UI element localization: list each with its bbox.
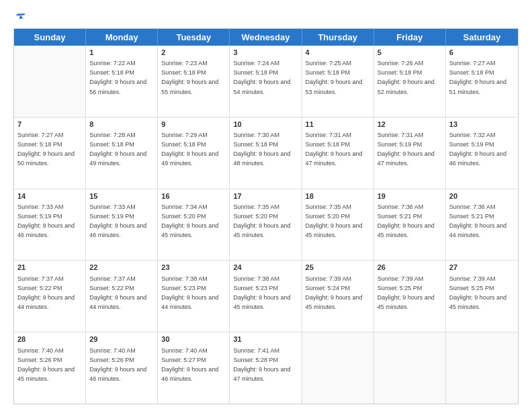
day-number: 17: [233, 191, 298, 201]
day-number: 25: [306, 263, 370, 273]
day-info: Sunrise: 7:33 AMSunset: 5:19 PMDaylight:…: [89, 203, 146, 238]
calendar-cell: 29Sunrise: 7:40 AMSunset: 5:26 PMDayligh…: [86, 332, 158, 404]
day-info: Sunrise: 7:33 AMSunset: 5:19 PMDaylight:…: [17, 203, 75, 238]
calendar-day-header: Monday: [86, 29, 158, 46]
calendar-cell: 27Sunrise: 7:39 AMSunset: 5:25 PMDayligh…: [446, 261, 518, 332]
header: [13, 12, 519, 23]
day-number: 7: [17, 120, 82, 130]
day-number: 19: [378, 191, 442, 201]
logo-bird-icon: [15, 12, 27, 23]
calendar-day-header: Friday: [374, 29, 446, 46]
calendar-day-header: Wednesday: [230, 29, 302, 46]
calendar-cell: 28Sunrise: 7:40 AMSunset: 5:26 PMDayligh…: [14, 332, 86, 404]
calendar-cell: 5Sunrise: 7:26 AMSunset: 5:18 PMDaylight…: [374, 46, 446, 117]
calendar-cell: 26Sunrise: 7:39 AMSunset: 5:25 PMDayligh…: [374, 261, 446, 332]
calendar-cell: [14, 46, 86, 117]
day-info: Sunrise: 7:27 AMSunset: 5:18 PMDaylight:…: [449, 60, 506, 95]
day-info: Sunrise: 7:22 AMSunset: 5:18 PMDaylight:…: [89, 60, 146, 95]
calendar-cell: 23Sunrise: 7:38 AMSunset: 5:23 PMDayligh…: [158, 261, 230, 332]
day-info: Sunrise: 7:41 AMSunset: 5:28 PMDaylight:…: [233, 347, 290, 382]
day-number: 4: [306, 48, 370, 58]
calendar-cell: 30Sunrise: 7:40 AMSunset: 5:27 PMDayligh…: [158, 332, 230, 404]
day-info: Sunrise: 7:30 AMSunset: 5:18 PMDaylight:…: [233, 132, 290, 167]
calendar-week-row: 21Sunrise: 7:37 AMSunset: 5:22 PMDayligh…: [14, 261, 518, 332]
day-info: Sunrise: 7:38 AMSunset: 5:23 PMDaylight:…: [161, 275, 218, 310]
day-info: Sunrise: 7:27 AMSunset: 5:18 PMDaylight:…: [17, 132, 75, 167]
calendar-cell: 16Sunrise: 7:34 AMSunset: 5:20 PMDayligh…: [158, 189, 230, 261]
calendar-week-row: 28Sunrise: 7:40 AMSunset: 5:26 PMDayligh…: [14, 332, 518, 404]
day-info: Sunrise: 7:39 AMSunset: 5:25 PMDaylight:…: [449, 275, 506, 310]
day-info: Sunrise: 7:26 AMSunset: 5:18 PMDaylight:…: [378, 60, 435, 95]
calendar-cell: 18Sunrise: 7:35 AMSunset: 5:20 PMDayligh…: [302, 189, 374, 261]
day-info: Sunrise: 7:32 AMSunset: 5:19 PMDaylight:…: [449, 132, 506, 167]
calendar-day-header: Sunday: [14, 29, 86, 46]
calendar-cell: 4Sunrise: 7:25 AMSunset: 5:18 PMDaylight…: [302, 46, 374, 117]
day-number: 13: [449, 120, 515, 130]
day-number: 27: [449, 263, 515, 273]
day-number: 3: [233, 48, 298, 58]
day-info: Sunrise: 7:35 AMSunset: 5:20 PMDaylight:…: [306, 203, 363, 238]
day-info: Sunrise: 7:38 AMSunset: 5:23 PMDaylight:…: [233, 275, 290, 310]
calendar-cell: 21Sunrise: 7:37 AMSunset: 5:22 PMDayligh…: [14, 261, 86, 332]
day-number: 6: [449, 48, 515, 58]
calendar-cell: 7Sunrise: 7:27 AMSunset: 5:18 PMDaylight…: [14, 118, 86, 189]
calendar-cell: [302, 332, 374, 404]
day-info: Sunrise: 7:35 AMSunset: 5:20 PMDaylight:…: [233, 203, 290, 238]
day-number: 28: [17, 334, 82, 345]
calendar-day-header: Saturday: [446, 29, 518, 46]
calendar-cell: 15Sunrise: 7:33 AMSunset: 5:19 PMDayligh…: [86, 189, 158, 261]
day-info: Sunrise: 7:31 AMSunset: 5:18 PMDaylight:…: [306, 132, 363, 167]
calendar-cell: 17Sunrise: 7:35 AMSunset: 5:20 PMDayligh…: [230, 189, 302, 261]
day-number: 16: [161, 191, 226, 201]
day-number: 23: [161, 263, 226, 273]
calendar-cell: 14Sunrise: 7:33 AMSunset: 5:19 PMDayligh…: [14, 189, 86, 261]
day-number: 11: [306, 120, 370, 130]
day-info: Sunrise: 7:40 AMSunset: 5:27 PMDaylight:…: [161, 347, 218, 382]
day-number: 12: [378, 120, 442, 130]
day-number: 14: [17, 191, 82, 201]
calendar-cell: 19Sunrise: 7:36 AMSunset: 5:21 PMDayligh…: [374, 189, 446, 261]
calendar-day-header: Thursday: [302, 29, 374, 46]
calendar-header: SundayMondayTuesdayWednesdayThursdayFrid…: [14, 29, 518, 46]
day-number: 29: [89, 334, 154, 345]
day-number: 21: [17, 263, 82, 273]
day-number: 20: [449, 191, 515, 201]
day-info: Sunrise: 7:39 AMSunset: 5:24 PMDaylight:…: [306, 275, 363, 310]
calendar-cell: 13Sunrise: 7:32 AMSunset: 5:19 PMDayligh…: [446, 118, 518, 189]
logo-text: [13, 12, 27, 23]
day-number: 31: [233, 334, 298, 345]
calendar-cell: 22Sunrise: 7:37 AMSunset: 5:22 PMDayligh…: [86, 261, 158, 332]
calendar-cell: 31Sunrise: 7:41 AMSunset: 5:28 PMDayligh…: [230, 332, 302, 404]
day-info: Sunrise: 7:40 AMSunset: 5:26 PMDaylight:…: [89, 347, 146, 382]
day-number: 1: [89, 48, 154, 58]
calendar-cell: 12Sunrise: 7:31 AMSunset: 5:19 PMDayligh…: [374, 118, 446, 189]
day-number: 2: [161, 48, 226, 58]
calendar-cell: 24Sunrise: 7:38 AMSunset: 5:23 PMDayligh…: [230, 261, 302, 332]
calendar-cell: 6Sunrise: 7:27 AMSunset: 5:18 PMDaylight…: [446, 46, 518, 117]
day-number: 24: [233, 263, 298, 273]
day-info: Sunrise: 7:23 AMSunset: 5:18 PMDaylight:…: [161, 60, 218, 95]
day-info: Sunrise: 7:29 AMSunset: 5:18 PMDaylight:…: [161, 132, 218, 167]
calendar-day-header: Tuesday: [158, 29, 230, 46]
day-number: 10: [233, 120, 298, 130]
day-number: 9: [161, 120, 226, 130]
day-number: 22: [89, 263, 154, 273]
calendar-cell: 11Sunrise: 7:31 AMSunset: 5:18 PMDayligh…: [302, 118, 374, 189]
day-info: Sunrise: 7:28 AMSunset: 5:18 PMDaylight:…: [89, 132, 146, 167]
day-info: Sunrise: 7:24 AMSunset: 5:18 PMDaylight:…: [233, 60, 290, 95]
logo: [13, 12, 27, 23]
calendar-cell: 3Sunrise: 7:24 AMSunset: 5:18 PMDaylight…: [230, 46, 302, 117]
day-info: Sunrise: 7:31 AMSunset: 5:19 PMDaylight:…: [378, 132, 435, 167]
day-info: Sunrise: 7:36 AMSunset: 5:21 PMDaylight:…: [378, 203, 435, 238]
calendar-cell: 8Sunrise: 7:28 AMSunset: 5:18 PMDaylight…: [86, 118, 158, 189]
calendar-week-row: 1Sunrise: 7:22 AMSunset: 5:18 PMDaylight…: [14, 46, 518, 118]
day-number: 5: [378, 48, 442, 58]
calendar-week-row: 7Sunrise: 7:27 AMSunset: 5:18 PMDaylight…: [14, 118, 518, 189]
calendar-cell: 25Sunrise: 7:39 AMSunset: 5:24 PMDayligh…: [302, 261, 374, 332]
calendar-cell: 1Sunrise: 7:22 AMSunset: 5:18 PMDaylight…: [86, 46, 158, 117]
page: SundayMondayTuesdayWednesdayThursdayFrid…: [0, 0, 532, 411]
day-info: Sunrise: 7:40 AMSunset: 5:26 PMDaylight:…: [17, 347, 75, 382]
calendar-cell: [374, 332, 446, 404]
day-info: Sunrise: 7:34 AMSunset: 5:20 PMDaylight:…: [161, 203, 218, 238]
day-number: 8: [89, 120, 154, 130]
